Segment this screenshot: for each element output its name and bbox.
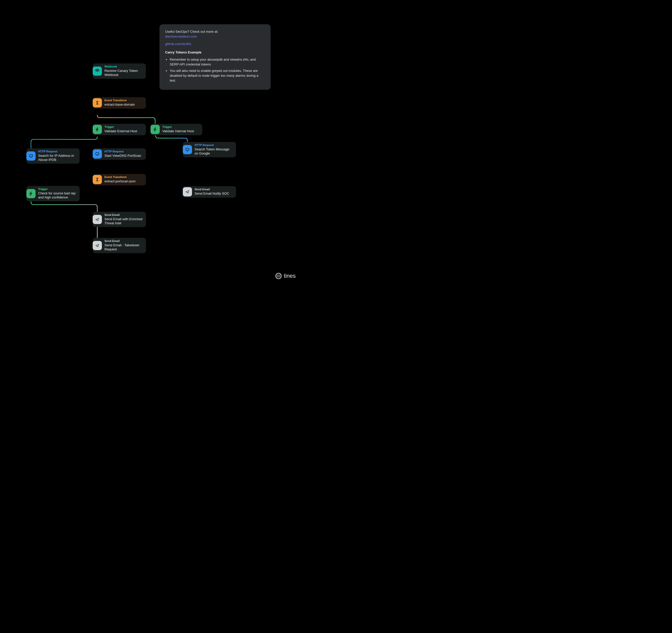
hourglass-icon — [93, 98, 102, 107]
node-http-search-google[interactable]: HTTP Request Search Token Message on Goo… — [183, 142, 236, 157]
svg-point-4 — [276, 273, 281, 279]
node-event-transform-extract-portscan[interactable]: Event Transform extract-portscan-json — [93, 174, 146, 185]
node-type-label: HTTP Request — [38, 150, 76, 153]
bolt-icon — [150, 125, 160, 134]
node-type-label: Send Email — [104, 239, 143, 243]
svg-point-0 — [97, 71, 98, 72]
node-http-viewdns-portscan[interactable]: HTTP Request Start ViewDNS PortScan — [93, 148, 146, 160]
note-link-github[interactable]: github.com/dc401 — [165, 42, 191, 46]
node-title: Search Token Message on Google — [195, 147, 233, 155]
node-title: Check for source bad rep and high confid… — [38, 191, 76, 199]
send-icon — [183, 187, 192, 197]
node-type-label: Trigger — [38, 187, 76, 191]
note-bullet: Remember to setup your abuseipdb and vie… — [170, 57, 265, 67]
brand-text: tines — [284, 273, 296, 279]
node-title: extract-portscan-json — [104, 179, 143, 183]
node-email-notify-soc[interactable]: Send Email Send Email Notify SOC — [183, 186, 236, 198]
node-type-label: Event Transform — [104, 99, 143, 102]
webhook-icon — [93, 67, 102, 76]
note-link-medium[interactable]: dwchow.medium.com — [165, 34, 197, 39]
svg-rect-1 — [29, 155, 32, 157]
node-title: Send Email Notify SOC — [195, 192, 233, 196]
node-title: Send Email with Enriched Threat Intel — [104, 217, 143, 225]
note-bullet: You will also need to enable greyed out … — [170, 69, 265, 83]
hourglass-icon — [93, 175, 102, 184]
node-http-abuseipdb[interactable]: HTTP Request Search for IP Address in Ab… — [26, 148, 80, 164]
monitor-icon — [183, 145, 192, 154]
brand-logo: tines — [275, 273, 296, 279]
bolt-icon — [93, 125, 102, 134]
node-trigger-check-rep[interactable]: Trigger Check for source bad rep and hig… — [26, 186, 80, 201]
node-title: Validate External Host — [104, 129, 143, 133]
node-webhook-receive-canary[interactable]: Webhook Receive Canary Token Webhook — [93, 64, 146, 79]
node-trigger-validate-external[interactable]: Trigger Validate External Host — [93, 124, 146, 135]
svg-rect-3 — [186, 148, 189, 150]
monitor-icon — [93, 149, 102, 158]
node-type-label: Webhook — [104, 65, 143, 68]
node-title: extract-base-domain — [104, 103, 143, 107]
node-title: Validate Internal Host — [162, 129, 199, 133]
note-intro: Useful SecOps? Check out more at: — [165, 29, 265, 34]
node-trigger-validate-internal[interactable]: Trigger Validate Internal Host — [150, 124, 202, 135]
node-title: Receive Canary Token Webhook — [104, 69, 143, 77]
workflow-canvas: Webhook Receive Canary Token Webhook Eve… — [0, 0, 301, 283]
node-event-transform-extract-base-domain[interactable]: Event Transform extract-base-domain — [93, 97, 146, 109]
node-type-label: Trigger — [162, 125, 199, 129]
monitor-icon — [26, 151, 35, 161]
send-icon — [93, 215, 102, 224]
bolt-icon — [26, 189, 35, 198]
send-icon — [93, 241, 102, 250]
node-type-label: Send Email — [195, 188, 233, 191]
node-email-takedown[interactable]: Send Email Send Email - Takedown Request — [93, 238, 146, 253]
svg-rect-2 — [96, 153, 99, 155]
node-title: Send Email - Takedown Request — [104, 243, 143, 251]
node-email-enriched-intel[interactable]: Send Email Send Email with Enriched Thre… — [93, 212, 146, 227]
node-type-label: HTTP Request — [104, 150, 143, 153]
info-note: Useful SecOps? Check out more at: dwchow… — [160, 24, 271, 90]
node-title: Start ViewDNS PortScan — [104, 154, 143, 158]
note-bullets: Remember to setup your abuseipdb and vie… — [170, 57, 265, 83]
node-title: Search for IP Address in Abuse IPDB — [38, 154, 76, 162]
node-type-label: Trigger — [104, 125, 143, 129]
note-heading: Canry Tokens Example — [165, 50, 265, 55]
node-type-label: HTTP Request — [195, 144, 233, 147]
node-type-label: Send Email — [104, 213, 143, 217]
node-type-label: Event Transform — [104, 175, 143, 179]
tines-logo-icon — [275, 273, 282, 279]
